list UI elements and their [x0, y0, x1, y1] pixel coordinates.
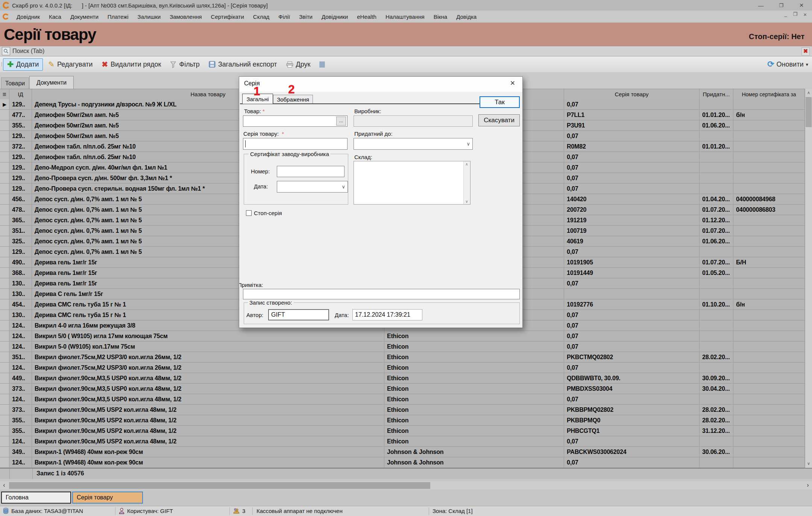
vertical-scroll-thumb[interactable]: [806, 97, 812, 127]
minimize-button[interactable]: —: [757, 2, 765, 9]
table-row[interactable]: 373..Викрил фиолет.90см,М5 USP2 кол.игла…: [0, 405, 805, 415]
tab-panel-border: [240, 103, 481, 104]
menu-item-15[interactable]: Довідка: [452, 12, 481, 21]
filter-button[interactable]: Фільтр: [166, 59, 203, 70]
table-row[interactable]: 355..Викрил фиолет.90см,М5 USP2 кол.игла…: [0, 426, 805, 436]
vertical-scrollbar[interactable]: ∧ ∨: [805, 89, 812, 468]
print-button[interactable]: Друк: [282, 59, 314, 70]
tab-products[interactable]: Товари: [1, 77, 29, 89]
scroll-right-icon[interactable]: ›: [804, 481, 812, 490]
product-lookup-button[interactable]: ...: [336, 117, 346, 126]
table-row[interactable]: 124..Викрил 5-0 (W9105) кол.17мм 75смEth…: [0, 341, 805, 352]
database-icon: [3, 508, 9, 514]
menu-item-11[interactable]: Довідники: [317, 12, 352, 21]
table-row[interactable]: 124..Викрил фиолет.90см,М5 USP2 кол.игла…: [0, 436, 805, 447]
product-input[interactable]: ...: [243, 115, 348, 127]
series-input[interactable]: [243, 138, 348, 150]
mdi-minimize-button[interactable]: _: [784, 11, 787, 18]
row-indicator: [0, 447, 9, 457]
menu-item-10[interactable]: Звіти: [294, 12, 317, 21]
menu-item-12[interactable]: eHealth: [352, 12, 381, 21]
menu-item-9[interactable]: Філії: [274, 12, 294, 21]
table-row[interactable]: 124..Викрил фиолет.75см,М2 USP3/0 кол.иг…: [0, 363, 805, 373]
add-button[interactable]: ✚ Додати: [3, 58, 43, 71]
cancel-button[interactable]: Скасувати: [478, 114, 520, 126]
cell-series: 10191905: [564, 257, 700, 268]
chevron-down-icon[interactable]: ∨: [466, 141, 470, 147]
author-input[interactable]: GIFT: [268, 309, 329, 320]
certificate-group: Сертифікат заводу-виробника Номер: Дата:…: [244, 154, 348, 205]
stock-listbox[interactable]: ∧ ∨: [354, 161, 471, 205]
restore-button[interactable]: ❐: [777, 3, 785, 8]
menu-item-8[interactable]: Склад: [249, 12, 274, 21]
menu-item-13[interactable]: Налаштування: [381, 12, 429, 21]
search-clear-icon[interactable]: ✖: [801, 47, 810, 56]
cell-id: 130..: [9, 289, 32, 299]
column-header-cert[interactable]: Номер сертифіката за: [733, 89, 805, 100]
scroll-up-icon[interactable]: ∧: [805, 89, 812, 96]
mdi-restore-button[interactable]: ❐: [793, 11, 798, 18]
cell-cert: б/н: [733, 299, 805, 310]
row-indicator: [0, 110, 9, 120]
scroll-down-icon[interactable]: ∨: [805, 460, 812, 467]
cell-id: 349..: [9, 447, 32, 457]
note-input[interactable]: [243, 289, 520, 299]
tab-documents[interactable]: Документи: [29, 76, 74, 89]
menu-item-5[interactable]: Залишки: [133, 12, 165, 21]
stop-series-checkbox[interactable]: [246, 210, 252, 216]
table-menu-icon[interactable]: ≣: [0, 89, 9, 100]
table-row[interactable]: 355..Викрил фиолет.90см,М5 USP2 кол.игла…: [0, 415, 805, 426]
ok-button[interactable]: Так: [480, 96, 520, 108]
valid-until-combobox[interactable]: ∨: [354, 138, 473, 150]
column-header-valid[interactable]: Придатн...: [700, 89, 733, 100]
menu-item-4[interactable]: Платежі: [103, 12, 133, 21]
table-row[interactable]: 124..Викрил 5/0 ( W9105) игла 17мм колющ…: [0, 331, 805, 341]
delete-row-button[interactable]: ✖ Видалити рядок: [98, 59, 165, 70]
tab-home[interactable]: Головна: [1, 492, 71, 504]
horizontal-scroll-thumb[interactable]: [9, 482, 430, 489]
chevron-down-icon[interactable]: ∨: [341, 184, 345, 190]
dialog-close-icon[interactable]: ×: [507, 78, 518, 88]
table-row[interactable]: 124..Викрил-1 (W9468) 40мм кол-реж 90смJ…: [0, 457, 805, 468]
close-button[interactable]: ×: [798, 1, 805, 9]
edit-button[interactable]: ✎ Редагувати: [44, 59, 96, 70]
cert-number-input[interactable]: [277, 166, 345, 177]
scroll-up-icon[interactable]: ∧: [464, 162, 470, 166]
menu-item-14[interactable]: Вікна: [429, 12, 452, 21]
refresh-button[interactable]: ⟳ Оновити ▾: [767, 56, 808, 72]
cell-id: 124..: [9, 331, 32, 341]
cert-date-combobox[interactable]: ∨: [277, 181, 348, 193]
horizontal-scrollbar[interactable]: ‹ ›: [0, 481, 812, 490]
table-row[interactable]: 373..Викрил фиолет.90см,М3,5 USP0 кол.иг…: [0, 384, 805, 394]
column-header-id[interactable]: ІД: [9, 89, 32, 100]
table-row[interactable]: 124..Викрил фиолет.90см,М3,5 USP0 кол.иг…: [0, 394, 805, 405]
created-date-input[interactable]: 17.12.2024 17:39:21: [352, 309, 422, 320]
scroll-left-icon[interactable]: ‹: [0, 481, 8, 490]
menu-item-6[interactable]: Замовлення: [165, 12, 206, 21]
export-button[interactable]: Загальний експорт: [205, 59, 281, 70]
columns-button[interactable]: [316, 59, 329, 70]
mdi-close-button[interactable]: ×: [803, 11, 807, 18]
menu-item-2[interactable]: Каса: [44, 12, 66, 21]
cell-series: R0M82: [564, 141, 700, 152]
cell-series: 200720: [564, 205, 700, 215]
menu-item-7[interactable]: Сертифікати: [206, 12, 249, 21]
table-row[interactable]: 449..Викрил фиолет.90см,М3,5 USP0 кол.иг…: [0, 373, 805, 384]
row-indicator: [0, 426, 9, 436]
table-row[interactable]: 349..Викрил-1 (W9468) 40мм кол-реж 90смJ…: [0, 447, 805, 457]
chevron-down-icon[interactable]: ▾: [806, 62, 808, 67]
table-row[interactable]: 351..Викрил фиолет.75см,М2 USP3/0 кол.иг…: [0, 352, 805, 363]
row-indicator: [0, 215, 9, 226]
cell-id: 355..: [9, 426, 32, 436]
cell-series: 0,07: [564, 331, 700, 341]
tab-series-active[interactable]: Серія товару: [72, 492, 143, 504]
search-input[interactable]: Поиск (Tab): [12, 48, 44, 55]
scroll-down-icon[interactable]: ∨: [464, 199, 470, 203]
toolbar-drag-handle[interactable]: ⦙: [1, 62, 2, 66]
column-header-series[interactable]: Серія товару: [564, 89, 700, 100]
menu-item-3[interactable]: Документи: [66, 12, 103, 21]
search-bar[interactable]: Поиск (Tab) ✖: [0, 46, 812, 56]
menu-item-1[interactable]: Довідник: [12, 12, 44, 21]
listbox-scrollbar[interactable]: ∧ ∨: [463, 161, 470, 204]
cell-valid: [700, 278, 733, 289]
